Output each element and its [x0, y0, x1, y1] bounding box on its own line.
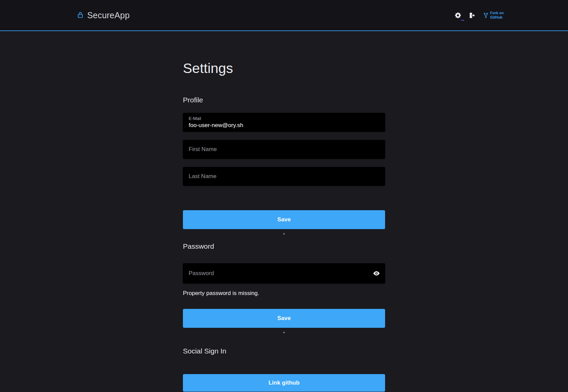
cursor-dash	[461, 20, 464, 21]
link-github-button[interactable]: Link github	[183, 374, 385, 392]
password-heading: Password	[183, 242, 385, 250]
gear-icon	[454, 12, 462, 19]
password-loader-dot	[283, 332, 285, 333]
settings-page: Settings Profile E-Mail Save Password Pr…	[183, 31, 385, 392]
password-field-box	[183, 263, 385, 284]
logout-button[interactable]	[468, 11, 476, 19]
git-fork-icon	[483, 12, 489, 19]
profile-heading: Profile	[183, 96, 385, 104]
eye-icon	[373, 270, 380, 277]
email-field-box: E-Mail	[183, 113, 385, 132]
toggle-password-visibility-button[interactable]	[373, 270, 380, 277]
header-actions: Fork on GitHub	[454, 11, 504, 20]
profile-loader-dot	[283, 233, 285, 235]
fork-on-github-link[interactable]: Fork on GitHub	[483, 11, 504, 20]
fork-link-line1: Fork on	[490, 11, 504, 15]
social-sign-in-heading: Social Sign In	[183, 347, 385, 355]
last-name-input[interactable]	[183, 167, 385, 186]
email-label: E-Mail	[189, 116, 379, 121]
fork-link-line2: GitHub	[490, 15, 504, 20]
page-title: Settings	[183, 60, 385, 77]
save-profile-button[interactable]: Save	[183, 210, 385, 229]
brand: SecureApp	[77, 10, 130, 20]
password-error-message: Property password is missing.	[183, 290, 385, 297]
password-input[interactable]	[183, 263, 385, 284]
app-header: SecureApp	[0, 0, 568, 31]
save-password-button[interactable]: Save	[183, 309, 385, 328]
settings-button[interactable]	[454, 11, 462, 19]
lock-icon	[77, 11, 84, 19]
logout-door-icon	[468, 12, 475, 19]
first-name-input[interactable]	[183, 140, 385, 159]
email-input[interactable]	[189, 122, 379, 129]
app-title: SecureApp	[87, 10, 130, 20]
